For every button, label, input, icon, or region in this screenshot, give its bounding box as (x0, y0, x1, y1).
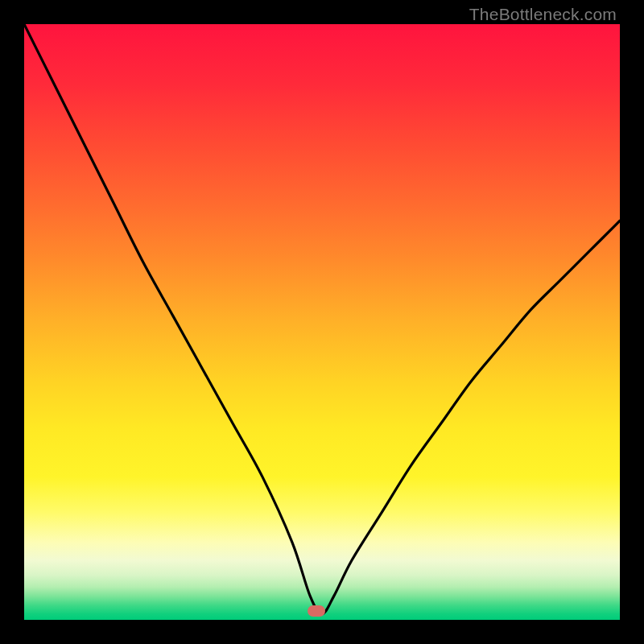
bottleneck-curve (24, 24, 620, 620)
watermark-label: TheBottleneck.com (469, 5, 617, 24)
plot-area (24, 24, 620, 620)
chart-frame: TheBottleneck.com (0, 0, 644, 644)
optimal-point-marker (308, 605, 325, 617)
